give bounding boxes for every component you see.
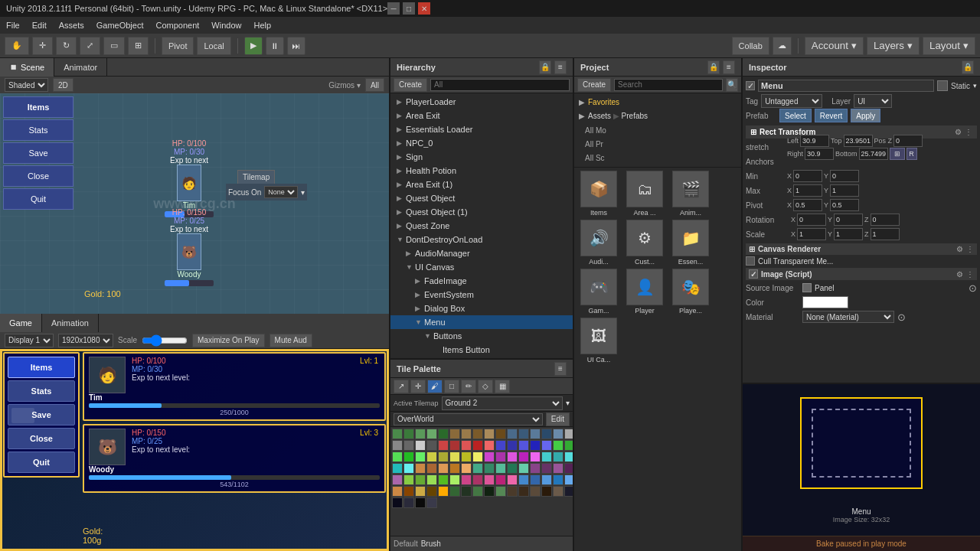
tile-cell[interactable] bbox=[449, 486, 460, 497]
tile-cell[interactable] bbox=[461, 440, 472, 451]
scene-save-btn[interactable]: Save bbox=[3, 142, 74, 164]
hierarchy-item[interactable]: ▶NPC_0 bbox=[390, 136, 573, 150]
asset-item[interactable]: 🔊Audi... bbox=[577, 220, 620, 266]
tile-cell[interactable] bbox=[541, 429, 552, 439]
tile-cell[interactable] bbox=[403, 486, 414, 497]
tile-cell[interactable] bbox=[530, 429, 541, 439]
tile-cell[interactable] bbox=[564, 474, 573, 485]
transform-tool[interactable]: ⊞ bbox=[128, 37, 149, 55]
tile-cell[interactable] bbox=[541, 463, 552, 474]
tile-cell[interactable] bbox=[518, 440, 529, 451]
tile-cell[interactable] bbox=[495, 440, 506, 451]
anchor-min-y[interactable]: 0 bbox=[830, 170, 859, 182]
tile-cell[interactable] bbox=[484, 474, 495, 485]
tile-cell[interactable] bbox=[461, 463, 472, 474]
tile-cell[interactable] bbox=[518, 452, 529, 462]
scene-view[interactable]: www.rrcg.cn HP: 0/100 MP: 0/30 Exp to ne… bbox=[0, 93, 389, 314]
tile-cell[interactable] bbox=[484, 463, 495, 474]
mute-audio-btn[interactable]: Mute Aud bbox=[270, 334, 312, 347]
tile-cell[interactable] bbox=[461, 486, 472, 497]
tile-cell[interactable] bbox=[518, 486, 529, 497]
menu-file[interactable]: File bbox=[6, 21, 20, 30]
active-checkbox[interactable]: ✓ bbox=[746, 81, 755, 90]
tag-select[interactable]: Untagged bbox=[761, 94, 822, 108]
tile-cell[interactable] bbox=[518, 474, 529, 485]
asset-item[interactable]: ⚙Cust... bbox=[623, 220, 666, 266]
tab-animator[interactable]: Animator bbox=[54, 58, 107, 77]
game-stats-btn[interactable]: Stats bbox=[8, 380, 75, 402]
tab-animation[interactable]: Animation bbox=[42, 314, 99, 332]
cloud-button[interactable]: ☁ bbox=[773, 37, 792, 55]
tile-cell[interactable] bbox=[392, 452, 403, 462]
hierarchy-menu[interactable]: ≡ bbox=[554, 60, 567, 74]
hierarchy-item[interactable]: ▶Quest Object (1) bbox=[390, 205, 573, 219]
tile-cell[interactable] bbox=[461, 452, 472, 462]
account-dropdown[interactable]: Account ▾ bbox=[805, 37, 864, 55]
tile-cell[interactable] bbox=[449, 463, 460, 474]
tile-cell[interactable] bbox=[495, 429, 506, 439]
tile-cell[interactable] bbox=[392, 440, 403, 451]
tile-cell[interactable] bbox=[530, 463, 541, 474]
tab-scene[interactable]: 🔲 Scene bbox=[0, 58, 54, 77]
image-settings[interactable]: ⚙ bbox=[956, 270, 963, 279]
rotation-z[interactable]: 0 bbox=[871, 214, 900, 226]
tile-cell[interactable] bbox=[564, 452, 573, 462]
local-button[interactable]: Local bbox=[197, 37, 230, 55]
scale-z[interactable]: 1 bbox=[871, 228, 900, 240]
tile-palette-content[interactable] bbox=[390, 427, 573, 536]
scene-stats-btn[interactable]: Stats bbox=[3, 119, 74, 141]
game-items-btn[interactable]: Items bbox=[8, 357, 75, 378]
tile-cell[interactable] bbox=[403, 452, 414, 462]
asset-item[interactable]: 🎭Playe... bbox=[669, 269, 712, 315]
scene-close-btn[interactable]: Close bbox=[3, 165, 74, 187]
hierarchy-item[interactable]: ▶PlayerLoader bbox=[390, 95, 573, 109]
right-value[interactable]: 30.9 bbox=[805, 148, 834, 160]
tile-cell[interactable] bbox=[495, 463, 506, 474]
bottom-value[interactable]: 25.7499 bbox=[859, 148, 888, 160]
hierarchy-item[interactable]: ▶AudioManager bbox=[390, 246, 573, 260]
project-create-btn[interactable]: Create bbox=[577, 78, 611, 92]
tile-cell[interactable] bbox=[518, 463, 529, 474]
hierarchy-lock[interactable]: 🔒 bbox=[539, 60, 551, 74]
fav-all-mo[interactable]: All Mo bbox=[582, 124, 733, 136]
scale-x[interactable]: 1 bbox=[797, 228, 826, 240]
tile-cell[interactable] bbox=[449, 440, 460, 451]
image-script-header[interactable]: ✓ Image (Script) ⚙ ⋮ bbox=[746, 268, 977, 280]
static-checkbox[interactable] bbox=[937, 80, 948, 91]
tile-cell[interactable] bbox=[426, 440, 437, 451]
search-btn[interactable]: 🔍 bbox=[726, 78, 738, 92]
display-select[interactable]: Display 1 bbox=[5, 334, 54, 347]
hierarchy-item[interactable]: ▶Quest Object bbox=[390, 191, 573, 205]
tile-cell[interactable] bbox=[507, 429, 518, 439]
hierarchy-item[interactable]: ▶Health Potion bbox=[390, 164, 573, 178]
tile-cell[interactable] bbox=[438, 440, 449, 451]
tile-cell[interactable] bbox=[507, 474, 518, 485]
pivot-button[interactable]: Pivot bbox=[162, 37, 194, 55]
hand-tool[interactable]: ✋ bbox=[5, 37, 29, 55]
source-select-btn[interactable]: ⊙ bbox=[969, 282, 977, 294]
tile-cell[interactable] bbox=[403, 429, 414, 439]
inspector-lock[interactable]: 🔒 bbox=[962, 60, 974, 74]
maximize-play-btn[interactable]: Maximize On Play bbox=[192, 334, 265, 347]
tile-cell[interactable] bbox=[472, 463, 483, 474]
tab-game[interactable]: Game bbox=[0, 314, 42, 332]
hierarchy-item[interactable]: ▶Sign bbox=[390, 150, 573, 164]
rect-settings[interactable]: ⚙ bbox=[955, 128, 962, 136]
tile-cell[interactable] bbox=[518, 429, 529, 439]
close-button[interactable]: ✕ bbox=[418, 2, 430, 15]
tilemap-dropdown[interactable]: Ground 2 Ground bbox=[442, 396, 563, 410]
fav-all-sc[interactable]: All Sc bbox=[582, 152, 733, 164]
game-save-btn[interactable]: Save bbox=[8, 404, 75, 425]
tile-cell[interactable] bbox=[564, 429, 573, 439]
hierarchy-item[interactable]: ▶Essentials Loader bbox=[390, 122, 573, 136]
tile-cell[interactable] bbox=[415, 497, 426, 508]
focus-select[interactable]: None bbox=[264, 186, 298, 198]
tile-cell[interactable] bbox=[495, 486, 506, 497]
scene-items-btn[interactable]: Items bbox=[3, 96, 74, 118]
asset-item[interactable]: 👤Player bbox=[623, 269, 666, 315]
tile-cell[interactable] bbox=[449, 452, 460, 462]
tile-cell[interactable] bbox=[553, 440, 564, 451]
menu-assets[interactable]: Assets bbox=[59, 21, 84, 30]
tile-brush-tool[interactable]: 🖌 bbox=[427, 380, 443, 393]
pivot-x[interactable]: 0.5 bbox=[793, 199, 822, 211]
